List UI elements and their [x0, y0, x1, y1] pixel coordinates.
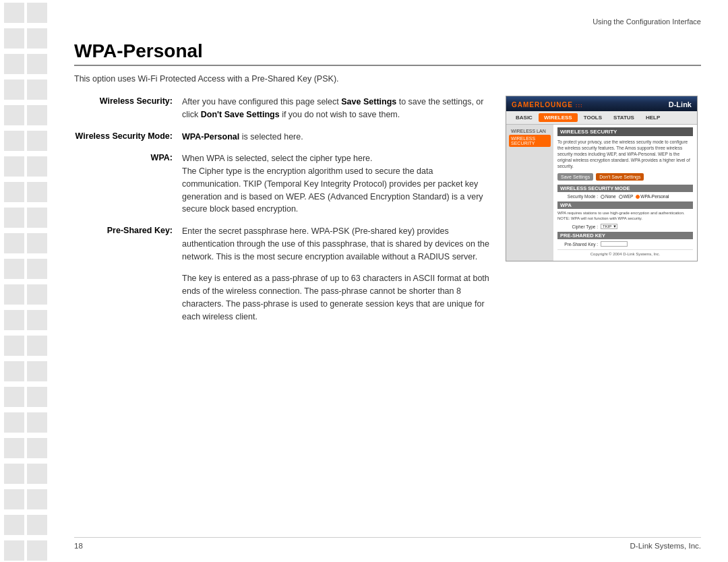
- screenshot-mockup: GAMERLOUNGE ::: D-Link BASIC WIRELESS TO…: [506, 96, 698, 261]
- ss-dlink: D-Link: [669, 100, 692, 108]
- footer-page-number: 18: [74, 542, 83, 550]
- ss-radio-none-label: None: [605, 194, 616, 199]
- wpa-label: WPA:: [74, 152, 182, 162]
- ss-security-mode-row: Security Mode : None WEP: [557, 194, 693, 199]
- ss-radio-wep-label: WEP: [624, 194, 634, 199]
- ss-radio-wpa: WPA-Personal: [636, 194, 669, 199]
- wireless-security-row: Wireless Security: After you have config…: [74, 96, 492, 121]
- ss-wpa-section: WPA WPA requires stations to use high-gr…: [557, 201, 693, 229]
- ss-logo-text: GAMERLOUNGE: [512, 101, 573, 108]
- wireless-security-label: Wireless Security:: [74, 96, 182, 106]
- ss-save-btn: Save Settings: [557, 173, 593, 181]
- ss-psk-title: PRE-SHARED KEY: [557, 232, 693, 239]
- wireless-security-mode-label: Wireless Security Mode:: [74, 131, 182, 141]
- pre-shared-key-label: Pre-Shared Key:: [74, 225, 182, 235]
- ss-logo-dots: :::: [576, 102, 583, 108]
- ss-security-mode-title: WIRELESS SECURITY MODE: [557, 185, 693, 192]
- ss-nav-help: HELP: [640, 113, 665, 122]
- ss-radio-none: None: [601, 194, 616, 199]
- ss-layout: WIRELESS LAN WIRELESS SECURITY WIRELESS …: [506, 125, 697, 261]
- text-section: Wireless Security: After you have config…: [74, 96, 492, 323]
- ss-wireless-security-title: WIRELESS SECURITY: [557, 127, 693, 136]
- wireless-security-body: After you have configured this page sele…: [182, 96, 492, 121]
- ss-nav: BASIC WIRELESS TOOLS STATUS HELP: [506, 111, 697, 125]
- pre-shared-key-row: Pre-Shared Key: Enter the secret passphr…: [74, 225, 492, 263]
- breadcrumb: Using the Configuration Interface: [593, 18, 701, 26]
- ss-nav-wireless: WIRELESS: [539, 113, 578, 122]
- ss-sidebar-wireless: WIRELESS LAN: [509, 127, 551, 135]
- ss-radio-none-btn: [601, 195, 605, 199]
- ss-wpa-title: WPA: [557, 201, 693, 209]
- ss-sidebar-security: WIRELESS SECURITY: [509, 135, 551, 147]
- wireless-security-mode-row: Wireless Security Mode: WPA-Personal is …: [74, 131, 492, 144]
- wireless-security-mode-body: WPA-Personal is selected here.: [182, 131, 492, 144]
- ss-radio-wpa-label: WPA-Personal: [640, 194, 669, 199]
- ss-nav-basic: BASIC: [510, 113, 538, 122]
- wpa-body: When WPA is selected, select the cipher …: [182, 152, 492, 216]
- extra-paragraph: The key is entered as a pass-phrase of u…: [182, 272, 492, 323]
- ss-main-panel: WIRELESS SECURITY To protect your privac…: [553, 125, 697, 261]
- ss-btn-row: Save Settings Don't Save Settings: [557, 173, 693, 181]
- ss-wpa-desc: WPA requires stations to use high-grade …: [557, 211, 693, 222]
- ss-psk-input: [601, 241, 628, 247]
- ss-radio-group: None WEP WPA-Personal: [601, 194, 669, 199]
- main-content: WPA-Personal This option uses Wi-Fi Prot…: [74, 40, 701, 535]
- ss-nav-status: STATUS: [608, 113, 640, 122]
- wpa-row: WPA: When WPA is selected, select the ci…: [74, 152, 492, 216]
- ss-psk-section: PRE-SHARED KEY Pre-Shared Key :: [557, 232, 693, 247]
- ss-cipher-select: TKIP ▼: [601, 224, 617, 229]
- ss-radio-wpa-btn: [636, 195, 640, 199]
- left-decoration: [0, 0, 61, 562]
- ss-dont-save-btn: Don't Save Settings: [596, 173, 644, 181]
- page-title: WPA-Personal: [74, 40, 701, 66]
- ss-radio-wep: WEP: [619, 194, 634, 199]
- ss-security-mode-section: WIRELESS SECURITY MODE Security Mode : N…: [557, 185, 693, 199]
- content-area: Wireless Security: After you have config…: [74, 96, 701, 323]
- ss-logo: GAMERLOUNGE :::: [512, 101, 583, 108]
- ss-sidebar: WIRELESS LAN WIRELESS SECURITY: [506, 125, 553, 261]
- intro-text: This option uses Wi-Fi Protected Access …: [74, 74, 701, 84]
- ss-radio-wep-btn: [619, 195, 623, 199]
- ss-copyright: Copyright © 2004 D-Link Systems, Inc.: [557, 249, 693, 258]
- pre-shared-key-body: Enter the secret passphrase here. WPA-PS…: [182, 225, 492, 263]
- ss-header: GAMERLOUNGE ::: D-Link: [506, 96, 697, 111]
- ss-psk-label: Pre-Shared Key :: [557, 242, 598, 247]
- ss-desc: To protect your privacy, use the wireles…: [557, 139, 693, 169]
- ss-security-mode-label: Security Mode :: [557, 194, 598, 199]
- ss-nav-tools: TOOLS: [578, 113, 607, 122]
- ss-cipher-row: Cipher Type : TKIP ▼: [557, 224, 693, 229]
- ss-psk-row: Pre-Shared Key :: [557, 241, 693, 247]
- screenshot-section: GAMERLOUNGE ::: D-Link BASIC WIRELESS TO…: [506, 96, 701, 323]
- footer-company: D-Link Systems, Inc.: [630, 542, 701, 550]
- page-footer: 18 D-Link Systems, Inc.: [74, 537, 701, 550]
- ss-cipher-label: Cipher Type :: [557, 224, 598, 229]
